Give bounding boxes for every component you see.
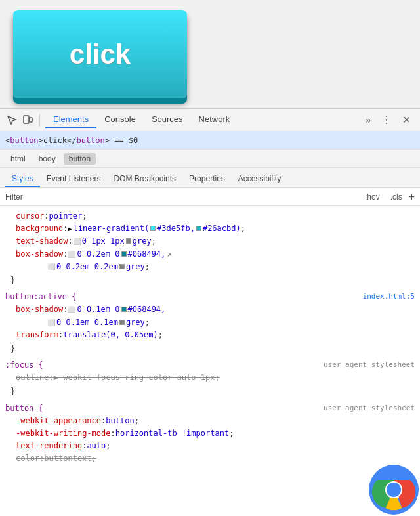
- active-rule-header: button:active { index.html:5: [5, 291, 415, 303]
- element-tag-text: <button>click</button> == $0: [5, 136, 138, 145]
- style-block-focus: :focus { user agent stylesheet outline:▶…: [0, 358, 420, 401]
- devtools-panel: Elements Console Sources Network » ⋮ ✕ <…: [0, 108, 420, 516]
- color-swatch-26acbd[interactable]: [196, 226, 201, 231]
- chrome-extension-icon: [368, 463, 420, 516]
- color-swatch-068494[interactable]: [121, 251, 127, 257]
- prop-text-shadow: text-shadow: ⬜ 0 1px 1px grey;: [5, 235, 415, 247]
- add-style-button[interactable]: +: [409, 191, 415, 203]
- prop-box-shadow-2: ⬜ 0 0.2em 0.2em grey;: [5, 261, 415, 273]
- styles-filter-row: Filter :hov .cls +: [0, 188, 420, 206]
- color-swatch-grey-box[interactable]: [119, 264, 125, 269]
- devtools-toolbar: Elements Console Sources Network » ⋮ ✕: [0, 109, 420, 131]
- sub-tabs: Styles Event Listeners DOM Breakpoints P…: [0, 168, 420, 188]
- prop-cursor: cursor: pointer;: [5, 210, 415, 223]
- style-block-button-ua: button { user agent stylesheet -webkit-a…: [0, 401, 420, 467]
- tab-network[interactable]: Network: [191, 112, 238, 128]
- text-shadow-icon[interactable]: ⬜: [73, 236, 81, 247]
- hov-filter-button[interactable]: :hov: [361, 191, 384, 203]
- button-ua-source: user agent stylesheet: [324, 402, 415, 415]
- focus-rule-header: :focus { user agent stylesheet: [5, 359, 415, 372]
- device-icon[interactable]: [21, 114, 34, 127]
- prop-box-shadow-active: box-shadow: ⬜ 0 0.1em 0 #068494,: [5, 303, 415, 316]
- close-devtools-button[interactable]: ✕: [398, 111, 415, 129]
- styles-content: cursor: pointer; background: ▶ linear-gr…: [0, 206, 420, 516]
- toolbar-divider: [39, 114, 40, 127]
- selector-focus: :focus {: [5, 359, 43, 372]
- source-link-active[interactable]: index.html:5: [363, 291, 415, 303]
- box-shadow-icon[interactable]: ⬜: [68, 249, 75, 260]
- tab-elements[interactable]: Elements: [45, 112, 96, 128]
- color-swatch-grey-text[interactable]: [126, 238, 131, 244]
- prop-webkit-appearance: -webkit-appearance: button;: [5, 415, 415, 427]
- prop-background: background: ▶ linear-gradient( #3de5fb, …: [5, 223, 415, 235]
- prop-webkit-writing-mode: -webkit-writing-mode: horizontal-tb !imp…: [5, 427, 415, 440]
- filter-label: Filter: [5, 192, 358, 202]
- selector-button-active: button:active {: [5, 291, 76, 303]
- gradient-arrow-icon[interactable]: ▶: [68, 224, 72, 234]
- selector-button-ua: button {: [5, 402, 43, 415]
- cls-filter-button[interactable]: .cls: [387, 191, 406, 203]
- prop-box-shadow: box-shadow: ⬜ 0 0.2em 0 #068494, ↗: [5, 248, 415, 261]
- preview-area: click: [0, 0, 420, 108]
- style-block-main: cursor: pointer; background: ▶ linear-gr…: [0, 209, 420, 290]
- color-swatch-active-grey[interactable]: [119, 320, 125, 325]
- color-swatch-active-1[interactable]: [121, 307, 127, 312]
- demo-click-button[interactable]: click: [13, 10, 187, 98]
- closing-brace-active: }: [5, 341, 415, 356]
- style-block-active: button:active { index.html:5 box-shadow:…: [0, 290, 420, 358]
- breadcrumb-html[interactable]: html: [5, 153, 31, 165]
- svg-rect-1: [30, 118, 32, 122]
- box-shadow-2-icon[interactable]: ⬜: [47, 262, 55, 272]
- focus-source: user agent stylesheet: [324, 359, 415, 372]
- tab-console[interactable]: Console: [96, 112, 144, 128]
- subtab-event-listeners[interactable]: Event Listeners: [40, 171, 108, 187]
- color-swatch-3de5fb[interactable]: [150, 226, 156, 231]
- box-shadow-active-2-icon[interactable]: ⬜: [47, 318, 55, 328]
- prop-outline: outline:▶ -webkit-focus-ring-color auto …: [5, 372, 415, 384]
- inspect-icon[interactable]: [5, 114, 18, 127]
- element-breadcrumb-row: <button>click</button> == $0: [0, 131, 420, 150]
- html-breadcrumb: html body button: [0, 150, 420, 168]
- cursor-arrow-icon: ↗: [167, 249, 171, 261]
- svg-point-5: [387, 483, 401, 497]
- box-shadow-active-icon[interactable]: ⬜: [68, 305, 75, 315]
- prop-text-rendering: text-rendering: auto;: [5, 440, 415, 452]
- subtab-dom-breakpoints[interactable]: DOM Breakpoints: [107, 171, 182, 187]
- prop-transform: transform: translate(0, 0.05em);: [5, 329, 415, 341]
- prop-color-ua: color: buttontext;: [5, 452, 415, 465]
- tab-sources[interactable]: Sources: [144, 112, 191, 128]
- kebab-menu-icon[interactable]: ⋮: [377, 111, 396, 129]
- button-ua-header: button { user agent stylesheet: [5, 402, 415, 415]
- closing-brace-focus: }: [5, 384, 415, 399]
- subtab-styles[interactable]: Styles: [5, 171, 40, 187]
- more-tabs-icon[interactable]: »: [362, 112, 375, 128]
- subtab-accessibility[interactable]: Accessibility: [232, 171, 287, 187]
- subtab-properties[interactable]: Properties: [182, 171, 232, 187]
- prop-box-shadow-active-2: ⬜ 0 0.1em 0.1em grey;: [5, 316, 415, 329]
- breadcrumb-button[interactable]: button: [64, 153, 96, 165]
- breadcrumb-body[interactable]: body: [33, 153, 61, 165]
- svg-rect-0: [24, 116, 29, 123]
- main-tabs: Elements Console Sources Network: [45, 112, 359, 128]
- closing-brace-main: }: [5, 273, 415, 288]
